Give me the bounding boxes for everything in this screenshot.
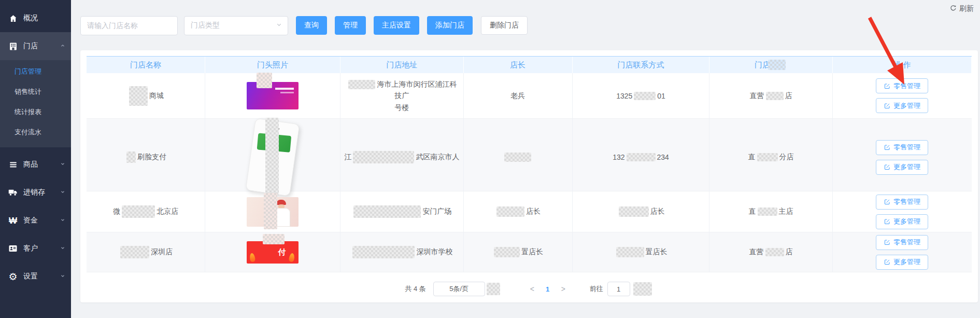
cell-store-address: 深圳市学校 bbox=[340, 232, 463, 272]
redaction-blur bbox=[766, 92, 784, 100]
cell-store-photo: 付 bbox=[205, 232, 340, 272]
sidebar-subitem-stat-reports[interactable]: 统计报表 bbox=[0, 102, 71, 122]
redaction-blur bbox=[487, 283, 500, 295]
redaction-blur bbox=[758, 208, 777, 216]
sidebar-item-customer[interactable]: 客户 bbox=[0, 234, 71, 262]
table-row: 刷脸支付 江武区南京市人 bbox=[87, 119, 972, 191]
chevron-up-icon bbox=[60, 42, 66, 50]
chevron-down-icon bbox=[60, 160, 66, 169]
cell-store-type: 直分店 bbox=[709, 119, 832, 196]
cell-manager bbox=[464, 119, 573, 196]
next-page-icon[interactable]: > bbox=[556, 285, 571, 293]
more-manage-button[interactable]: 更多管理 bbox=[876, 160, 928, 175]
store-name-input[interactable] bbox=[80, 16, 178, 35]
chevron-down-icon bbox=[60, 216, 66, 225]
edit-icon bbox=[884, 83, 890, 89]
redaction-blur bbox=[633, 282, 652, 296]
edit-icon bbox=[884, 259, 890, 265]
cell-operations: 零售管理 更多管理 bbox=[833, 119, 972, 196]
sidebar-subitem-payment-flow[interactable]: 支付流水 bbox=[0, 122, 71, 142]
chevron-down-icon bbox=[60, 188, 66, 197]
retail-manage-button[interactable]: 零售管理 bbox=[876, 195, 928, 210]
redaction-blur bbox=[126, 151, 136, 163]
more-manage-button[interactable]: 更多管理 bbox=[876, 214, 928, 229]
cell-store-name: 刷脸支付 bbox=[87, 119, 205, 196]
home-icon bbox=[7, 14, 19, 23]
manage-button[interactable]: 管理 bbox=[335, 16, 366, 35]
chevron-down-icon bbox=[60, 244, 66, 253]
table-header-row: 门店名称 门头照片 门店地址 店长 门店联系方式 门店类型 操 作 bbox=[87, 56, 972, 73]
redaction-blur bbox=[122, 205, 155, 218]
cell-manager: 置店长 bbox=[464, 232, 573, 272]
page-size-select[interactable]: 5条/页 bbox=[433, 282, 485, 296]
add-store-button[interactable]: 添加门店 bbox=[427, 16, 473, 35]
goto-label: 前往 bbox=[590, 284, 603, 294]
cell-store-address: 江武区南京市人 bbox=[340, 119, 463, 196]
sidebar-item-goods[interactable]: 商品 bbox=[0, 150, 71, 178]
retail-manage-button[interactable]: 零售管理 bbox=[876, 235, 928, 250]
redaction-blur bbox=[627, 153, 656, 161]
sidebar-item-funds[interactable]: ₩ 资金 bbox=[0, 206, 71, 234]
store-table-card: 门店名称 门头照片 门店地址 店长 门店联系方式 门店类型 操 作 商城 bbox=[80, 50, 978, 302]
prev-page-icon[interactable]: < bbox=[524, 285, 540, 293]
toolbar: 门店类型 查询 管理 主店设置 添加门店 删除门店 bbox=[80, 16, 528, 35]
col-store-type: 门店类型 bbox=[709, 57, 832, 73]
cell-contact: 置店长 bbox=[573, 232, 710, 272]
cell-store-photo bbox=[205, 73, 340, 118]
sidebar-item-settings[interactable]: ⚙ 设置 bbox=[0, 262, 71, 291]
cell-store-name: 商城 bbox=[87, 73, 205, 118]
redaction-blur bbox=[348, 80, 375, 89]
sidebar-item-overview[interactable]: 概况 bbox=[0, 4, 71, 32]
gear-icon: ⚙ bbox=[7, 272, 19, 282]
redaction-blur bbox=[765, 248, 784, 256]
refresh-button[interactable]: 刷新 bbox=[949, 4, 974, 13]
query-button[interactable]: 查询 bbox=[296, 16, 327, 35]
sidebar-item-store[interactable]: 门店 bbox=[0, 32, 71, 60]
main-store-settings-button[interactable]: 主店设置 bbox=[374, 16, 419, 35]
redaction-blur bbox=[616, 247, 644, 257]
list-icon bbox=[7, 160, 19, 169]
cell-contact: 132501 bbox=[573, 73, 710, 118]
sidebar-item-label: 设置 bbox=[23, 272, 60, 281]
redaction-blur bbox=[757, 153, 778, 161]
redaction-blur bbox=[257, 73, 272, 88]
sidebar-item-label: 门店 bbox=[23, 42, 60, 51]
edit-icon bbox=[884, 103, 890, 109]
redaction-blur bbox=[263, 234, 285, 244]
store-submenu: 门店管理 销售统计 统计报表 支付流水 bbox=[0, 60, 71, 147]
cell-store-name: 微北京店 bbox=[87, 191, 205, 232]
redaction-blur bbox=[265, 118, 279, 196]
edit-icon bbox=[884, 239, 890, 245]
store-photo bbox=[247, 82, 299, 109]
sidebar-subitem-store-manage[interactable]: 门店管理 bbox=[0, 61, 71, 81]
col-contact: 门店联系方式 bbox=[573, 57, 710, 73]
pagination: 共 4 条 5条/页 < 1 > 前往 bbox=[80, 282, 978, 296]
cell-contact: 132234 bbox=[573, 119, 710, 196]
table-row: 微北京店 安门广场 店长 店长 bbox=[87, 191, 972, 232]
store-photo: 付 bbox=[247, 241, 299, 264]
won-sign-icon: ₩ bbox=[7, 216, 19, 225]
store-table: 门店名称 门头照片 门店地址 店长 门店联系方式 门店类型 操 作 商城 bbox=[87, 56, 972, 272]
sidebar-item-inventory[interactable]: 进销存 bbox=[0, 178, 71, 206]
chevron-down-icon bbox=[276, 21, 282, 30]
cell-operations: 零售管理 更多管理 bbox=[833, 232, 972, 272]
page-number[interactable]: 1 bbox=[540, 285, 556, 293]
truck-icon bbox=[7, 188, 19, 197]
goto-page-input[interactable] bbox=[607, 282, 630, 296]
table-row: 深圳店 付 深圳市学校 置店长 bbox=[87, 232, 972, 272]
retail-manage-button[interactable]: 零售管理 bbox=[876, 78, 928, 93]
more-manage-button[interactable]: 更多管理 bbox=[876, 255, 928, 270]
store-type-select[interactable]: 门店类型 bbox=[184, 16, 288, 35]
sidebar-subitem-sales-stats[interactable]: 销售统计 bbox=[0, 81, 71, 102]
cell-store-address: 安门广场 bbox=[340, 191, 463, 232]
cell-store-address: 海市上海市闵行区浦江科技广 号楼 bbox=[340, 73, 463, 118]
retail-manage-button[interactable]: 零售管理 bbox=[876, 140, 928, 155]
redaction-blur bbox=[352, 246, 415, 258]
more-manage-button[interactable]: 更多管理 bbox=[876, 98, 928, 113]
col-manager: 店长 bbox=[464, 57, 573, 73]
sidebar-item-label: 进销存 bbox=[23, 188, 60, 197]
cell-manager: 店长 bbox=[464, 191, 573, 232]
delete-store-button[interactable]: 删除门店 bbox=[481, 16, 528, 35]
col-store-address: 门店地址 bbox=[340, 57, 463, 73]
cell-store-type: 直营店 bbox=[709, 73, 832, 118]
